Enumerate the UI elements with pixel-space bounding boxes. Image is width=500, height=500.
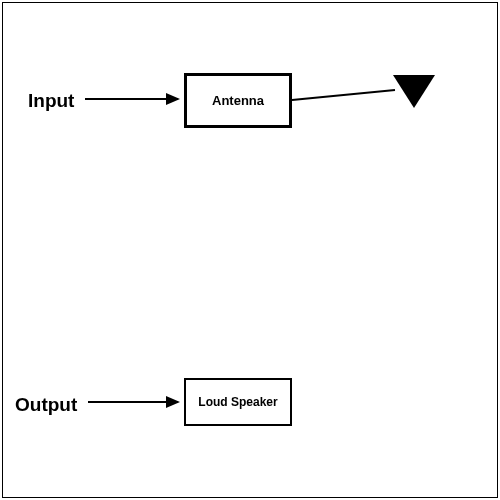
input-label: Input — [28, 90, 74, 112]
antenna-box: Antenna — [184, 73, 292, 128]
antenna-box-label: Antenna — [212, 93, 264, 108]
speaker-box: Loud Speaker — [184, 378, 292, 426]
speaker-box-label: Loud Speaker — [198, 395, 277, 409]
output-label: Output — [15, 394, 77, 416]
